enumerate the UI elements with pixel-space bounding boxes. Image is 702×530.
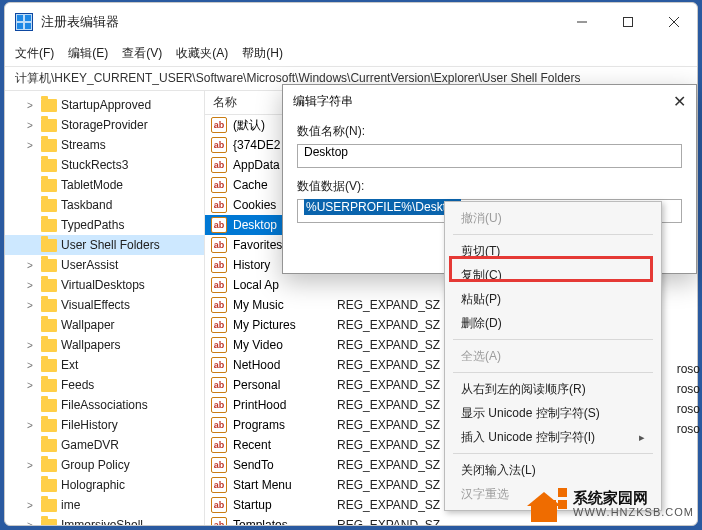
folder-icon bbox=[41, 459, 57, 472]
menu-edit[interactable]: 编辑(E) bbox=[68, 45, 108, 62]
ctx-show-unicode[interactable]: 显示 Unicode 控制字符(S) bbox=[447, 401, 659, 425]
value-name: Recent bbox=[233, 438, 337, 452]
truncated-data: roso bbox=[677, 362, 700, 376]
close-button[interactable] bbox=[651, 5, 697, 39]
tree-item-label: Group Policy bbox=[61, 458, 130, 472]
tree-item[interactable]: >Streams bbox=[5, 135, 204, 155]
value-type: REG_EXPAND_SZ bbox=[337, 358, 440, 372]
ctx-delete[interactable]: 删除(D) bbox=[447, 311, 659, 335]
truncated-data: roso bbox=[677, 402, 700, 416]
tree-item-label: Ext bbox=[61, 358, 78, 372]
value-type: REG_EXPAND_SZ bbox=[337, 478, 440, 492]
folder-icon bbox=[41, 339, 57, 352]
folder-icon bbox=[41, 159, 57, 172]
tree-item[interactable]: Taskband bbox=[5, 195, 204, 215]
ctx-separator bbox=[453, 372, 653, 373]
tree-item-label: Wallpapers bbox=[61, 338, 121, 352]
value-name: Programs bbox=[233, 418, 337, 432]
ctx-close-ime[interactable]: 关闭输入法(L) bbox=[447, 458, 659, 482]
value-name: My Video bbox=[233, 338, 337, 352]
value-type: REG_EXPAND_SZ bbox=[337, 338, 440, 352]
string-value-icon: ab bbox=[211, 497, 227, 513]
tree-item-label: VirtualDesktops bbox=[61, 278, 145, 292]
expand-icon[interactable]: > bbox=[27, 420, 37, 431]
expand-icon[interactable]: > bbox=[27, 280, 37, 291]
tree-item[interactable]: Wallpaper bbox=[5, 315, 204, 335]
ctx-rtl[interactable]: 从右到左的阅读顺序(R) bbox=[447, 377, 659, 401]
string-value-icon: ab bbox=[211, 117, 227, 133]
expand-icon[interactable]: > bbox=[27, 520, 37, 526]
maximize-button[interactable] bbox=[605, 5, 651, 39]
value-name: Personal bbox=[233, 378, 337, 392]
menu-favorites[interactable]: 收藏夹(A) bbox=[176, 45, 228, 62]
expand-icon[interactable]: > bbox=[27, 380, 37, 391]
data-label: 数值数据(V): bbox=[297, 178, 682, 195]
tree-item[interactable]: >StorageProvider bbox=[5, 115, 204, 135]
value-type: REG_EXPAND_SZ bbox=[337, 298, 440, 312]
tree-item[interactable]: TabletMode bbox=[5, 175, 204, 195]
tree-item[interactable]: >ImmersiveShell bbox=[5, 515, 204, 525]
ctx-copy[interactable]: 复制(C) bbox=[447, 263, 659, 287]
value-type: REG_EXPAND_SZ bbox=[337, 418, 440, 432]
value-name: SendTo bbox=[233, 458, 337, 472]
folder-icon bbox=[41, 139, 57, 152]
ctx-insert-unicode[interactable]: 插入 Unicode 控制字符(I) bbox=[447, 425, 659, 449]
dialog-titlebar: 编辑字符串 ✕ bbox=[283, 85, 696, 117]
tree-item[interactable]: >Ext bbox=[5, 355, 204, 375]
menu-view[interactable]: 查看(V) bbox=[122, 45, 162, 62]
tree-item[interactable]: TypedPaths bbox=[5, 215, 204, 235]
tree-item[interactable]: >StartupApproved bbox=[5, 95, 204, 115]
ctx-paste[interactable]: 粘贴(P) bbox=[447, 287, 659, 311]
truncated-data: roso bbox=[677, 422, 700, 436]
ctx-undo[interactable]: 撤消(U) bbox=[447, 206, 659, 230]
watermark-icon bbox=[527, 486, 567, 522]
string-value-icon: ab bbox=[211, 517, 227, 525]
tree-item[interactable]: FileAssociations bbox=[5, 395, 204, 415]
folder-icon bbox=[41, 399, 57, 412]
string-value-icon: ab bbox=[211, 417, 227, 433]
value-name: Startup bbox=[233, 498, 337, 512]
tree-item-label: Wallpaper bbox=[61, 318, 115, 332]
tree-item[interactable]: GameDVR bbox=[5, 435, 204, 455]
ctx-cut[interactable]: 剪切(T) bbox=[447, 239, 659, 263]
tree-item[interactable]: >Feeds bbox=[5, 375, 204, 395]
folder-icon bbox=[41, 239, 57, 252]
tree-item[interactable]: StuckRects3 bbox=[5, 155, 204, 175]
expand-icon[interactable]: > bbox=[27, 500, 37, 511]
ctx-separator bbox=[453, 453, 653, 454]
tree-item[interactable]: >Group Policy bbox=[5, 455, 204, 475]
expand-icon[interactable]: > bbox=[27, 300, 37, 311]
value-name: Templates bbox=[233, 518, 337, 525]
expand-icon[interactable]: > bbox=[27, 100, 37, 111]
tree-item[interactable]: User Shell Folders bbox=[5, 235, 204, 255]
tree-item[interactable]: >VirtualDesktops bbox=[5, 275, 204, 295]
menu-file[interactable]: 文件(F) bbox=[15, 45, 54, 62]
menubar: 文件(F) 编辑(E) 查看(V) 收藏夹(A) 帮助(H) bbox=[5, 41, 697, 67]
tree-item[interactable]: >UserAssist bbox=[5, 255, 204, 275]
menu-help[interactable]: 帮助(H) bbox=[242, 45, 283, 62]
name-input[interactable]: Desktop bbox=[297, 144, 682, 168]
tree-item[interactable]: Holographic bbox=[5, 475, 204, 495]
dialog-close-button[interactable]: ✕ bbox=[673, 92, 686, 111]
folder-icon bbox=[41, 359, 57, 372]
minimize-button[interactable] bbox=[559, 5, 605, 39]
tree-item[interactable]: >Wallpapers bbox=[5, 335, 204, 355]
context-menu: 撤消(U) 剪切(T) 复制(C) 粘贴(P) 删除(D) 全选(A) 从右到左… bbox=[444, 201, 662, 511]
tree-item[interactable]: >FileHistory bbox=[5, 415, 204, 435]
expand-icon[interactable]: > bbox=[27, 460, 37, 471]
value-type: REG_EXPAND_SZ bbox=[337, 438, 440, 452]
expand-icon[interactable]: > bbox=[27, 140, 37, 151]
tree-item-label: StartupApproved bbox=[61, 98, 151, 112]
expand-icon[interactable]: > bbox=[27, 360, 37, 371]
tree-item[interactable]: >ime bbox=[5, 495, 204, 515]
value-type: REG_EXPAND_SZ bbox=[337, 378, 440, 392]
expand-icon[interactable]: > bbox=[27, 260, 37, 271]
ctx-select-all[interactable]: 全选(A) bbox=[447, 344, 659, 368]
tree-item[interactable]: >VisualEffects bbox=[5, 295, 204, 315]
tree-item-label: GameDVR bbox=[61, 438, 119, 452]
expand-icon[interactable]: > bbox=[27, 120, 37, 131]
tree-pane[interactable]: >StartupApproved>StorageProvider>Streams… bbox=[5, 91, 205, 525]
expand-icon[interactable]: > bbox=[27, 340, 37, 351]
folder-icon bbox=[41, 199, 57, 212]
value-name: Local Ap bbox=[233, 278, 337, 292]
